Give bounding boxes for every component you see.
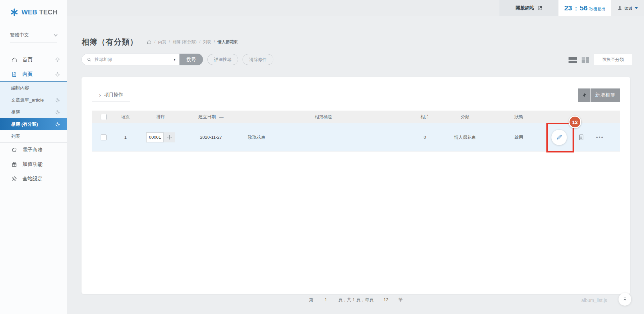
scroll-to-top-button[interactable]: [619, 293, 631, 306]
sidebar-item-site-settings[interactable]: 全站設定: [0, 172, 67, 186]
sidebar-submenu: 編輯內容 文章選單_article 相簿 相簿 (有分類) 列表: [0, 81, 67, 142]
brand-logo[interactable]: WEB TECH: [10, 8, 57, 16]
sidebar-item-inner-pages[interactable]: 內頁: [0, 67, 67, 81]
breadcrumb-separator: /: [199, 40, 200, 44]
brand-tech: TECH: [39, 8, 57, 16]
gear-icon[interactable]: [55, 71, 60, 77]
sidebar-item-label: 全站設定: [22, 176, 43, 182]
search-button[interactable]: 搜尋: [179, 54, 203, 65]
chevron-right-icon: ›: [99, 92, 101, 98]
open-site-label: 開啟網站: [516, 5, 534, 11]
gear-icon[interactable]: [55, 98, 60, 103]
sidebar-nav: 首頁 內頁 編輯內容 文章選單_article 相簿 相簿 (有分類): [0, 53, 67, 186]
row-category: 情人節花束: [442, 134, 488, 140]
add-album-label: 新增相簿: [591, 88, 620, 102]
breadcrumb-item[interactable]: 列表: [203, 39, 211, 45]
gear-icon[interactable]: [55, 57, 60, 63]
list-view-icon[interactable]: [569, 57, 577, 63]
more-actions-button[interactable]: •••: [596, 134, 604, 140]
table-header-row: 項次 排序 建立日期 — 相簿標題 相片 分類 狀態: [92, 111, 620, 123]
view-controls: 切換至分類: [569, 54, 632, 65]
table-row: 1 2020-11-27 玫瑰花束 0 情人節花束 啟用: [92, 123, 620, 151]
sort-indicator-icon[interactable]: —: [219, 115, 224, 120]
pagination-prefix: 第: [309, 297, 313, 302]
pagination-suffix: 筆: [398, 297, 403, 302]
user-icon: [617, 5, 623, 11]
language-value: 繁體中文: [10, 32, 29, 38]
sidebar: WEB TECH 繁體中文 首頁 內頁 編輯內容 文章選單_article 相簿: [0, 0, 67, 314]
sidebar-item-home[interactable]: 首頁: [0, 53, 67, 67]
drag-handle-icon[interactable]: [164, 132, 175, 142]
header-sort[interactable]: 排序: [139, 114, 182, 120]
open-site-button[interactable]: 開啟網站: [499, 0, 558, 16]
document-icon: [11, 71, 17, 77]
sidebar-item-label: 首頁: [22, 57, 33, 63]
breadcrumb-item[interactable]: 內頁: [158, 39, 166, 45]
sidebar-item-addons[interactable]: 加值功能: [0, 157, 67, 172]
search-group: ▼ 搜尋: [82, 54, 203, 65]
header-status: 狀態: [488, 114, 550, 120]
sidebar-subitem-label: 列表: [11, 133, 20, 139]
edit-button[interactable]: [551, 130, 567, 145]
sidebar-subitem-album[interactable]: 相簿: [0, 106, 67, 118]
breadcrumb-separator: /: [169, 40, 170, 44]
sort-order-input[interactable]: [146, 132, 164, 142]
gear-icon: [11, 176, 17, 182]
external-link-icon: [537, 6, 542, 11]
timer-suffix: 秒後登出: [589, 6, 605, 12]
pin-icon[interactable]: [578, 88, 591, 102]
pagination-middle: 頁，共 1 頁，每頁: [338, 297, 373, 302]
gear-icon[interactable]: [55, 122, 60, 127]
header-category: 分類: [442, 114, 488, 120]
user-caret-icon: [635, 7, 638, 9]
sidebar-item-ecommerce[interactable]: 電子商務: [0, 143, 67, 157]
copy-button[interactable]: [577, 134, 585, 141]
sidebar-item-label: 內頁: [22, 71, 33, 77]
clear-filters-button[interactable]: 清除條件: [243, 54, 273, 65]
user-menu[interactable]: test: [611, 0, 644, 16]
sidebar-subitem-edit-content[interactable]: 編輯內容: [0, 82, 67, 94]
item-actions-button[interactable]: › 項目操作: [92, 88, 130, 102]
language-selector[interactable]: 繁體中文: [10, 32, 57, 43]
search-input[interactable]: [95, 57, 173, 62]
album-table: 項次 排序 建立日期 — 相簿標題 相片 分類 狀態 1: [92, 111, 620, 151]
per-page-input[interactable]: [377, 297, 395, 303]
breadcrumb-item[interactable]: 相簿 (有分類): [173, 39, 197, 45]
gift-icon: [11, 161, 17, 168]
breadcrumb-separator: /: [214, 40, 215, 44]
page-header: 相簿（有分類） / 內頁 / 相簿 (有分類) / 列表 / 情人節花束: [82, 35, 238, 49]
search-dropdown-caret-icon[interactable]: ▼: [173, 58, 176, 61]
sidebar-subitem-label: 文章選單_article: [11, 97, 44, 103]
grid-view-icon[interactable]: [582, 57, 589, 63]
gear-icon[interactable]: [55, 110, 60, 115]
header-date[interactable]: 建立日期 —: [182, 114, 239, 120]
switch-to-category-button[interactable]: 切換至分類: [594, 54, 632, 65]
home-icon: [11, 57, 17, 63]
breadcrumb-current: 情人節花束: [218, 39, 238, 45]
search-input-wrap: ▼: [82, 54, 179, 65]
add-album-button[interactable]: 新增相簿: [578, 88, 620, 102]
content-card: › 項目操作 新增相簿 項次 排序 建立日期 — 相簿標題 相片 分類 狀態 1: [82, 77, 630, 294]
row-checkbox[interactable]: [101, 134, 107, 140]
breadcrumb-separator: /: [154, 40, 155, 44]
sidebar-subitem-list[interactable]: 列表: [0, 130, 67, 142]
breadcrumb: / 內頁 / 相簿 (有分類) / 列表 / 情人節花束: [147, 39, 238, 45]
pencil-icon: [556, 134, 563, 141]
header-date-label: 建立日期: [199, 114, 216, 120]
sidebar-subitem-article-menu[interactable]: 文章選單_article: [0, 94, 67, 106]
top-bar: 開啟網站 23 ： 56 秒後登出 test: [67, 0, 644, 16]
page-number-input[interactable]: [317, 297, 335, 303]
pagination: 第頁，共 1 頁，每頁筆: [82, 297, 630, 303]
timer-colon: ：: [573, 5, 579, 12]
breadcrumb-home-icon[interactable]: [147, 40, 152, 45]
sidebar-subitem-album-categorized[interactable]: 相簿 (有分類): [0, 118, 67, 130]
sidebar-subitem-label: 相簿 (有分類): [11, 121, 38, 127]
search-icon: [87, 57, 92, 62]
page-title: 相簿（有分類）: [82, 37, 138, 47]
row-no: 1: [112, 135, 139, 140]
select-all-checkbox[interactable]: [101, 114, 107, 120]
advanced-search-button[interactable]: 詳細搜尋: [207, 54, 238, 65]
session-timer: 23 ： 56 秒後登出: [558, 0, 611, 16]
chevron-up-icon: [622, 297, 628, 302]
row-status: 啟用: [488, 134, 550, 140]
